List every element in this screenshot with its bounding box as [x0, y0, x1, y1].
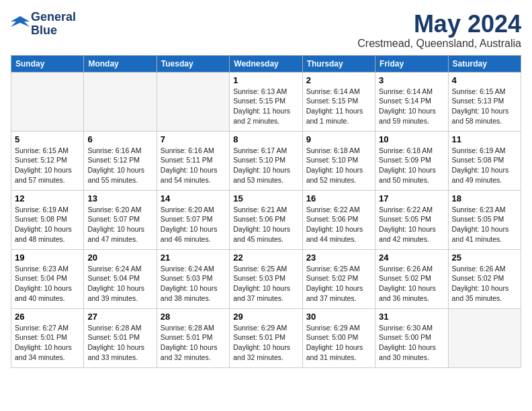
- calendar-cell: 21Sunrise: 6:24 AM Sunset: 5:03 PM Dayli…: [157, 249, 229, 308]
- logo-icon: [11, 15, 30, 31]
- title-block: May 2024 Crestmead, Queensland, Australi…: [357, 11, 521, 50]
- day-info: Sunrise: 6:14 AM Sunset: 5:14 PM Dayligh…: [379, 87, 444, 126]
- day-number: 27: [87, 312, 152, 322]
- day-info: Sunrise: 6:14 AM Sunset: 5:15 PM Dayligh…: [306, 87, 371, 126]
- day-number: 12: [15, 193, 80, 203]
- day-info: Sunrise: 6:28 AM Sunset: 5:01 PM Dayligh…: [161, 323, 226, 363]
- day-info: Sunrise: 6:13 AM Sunset: 5:15 PM Dayligh…: [233, 87, 298, 126]
- month-title: May 2024: [357, 11, 521, 38]
- logo-text-line1: General: [31, 11, 76, 24]
- day-info: Sunrise: 6:29 AM Sunset: 5:00 PM Dayligh…: [306, 323, 371, 363]
- day-info: Sunrise: 6:20 AM Sunset: 5:07 PM Dayligh…: [87, 205, 152, 244]
- calendar-cell: 25Sunrise: 6:26 AM Sunset: 5:02 PM Dayli…: [448, 249, 521, 308]
- calendar-cell: 18Sunrise: 6:23 AM Sunset: 5:05 PM Dayli…: [448, 190, 521, 249]
- week-row: 12Sunrise: 6:19 AM Sunset: 5:08 PM Dayli…: [11, 190, 521, 249]
- calendar-cell: 6Sunrise: 6:16 AM Sunset: 5:12 PM Daylig…: [84, 131, 157, 190]
- svg-marker-0: [11, 16, 30, 27]
- day-number: 28: [161, 312, 226, 322]
- calendar-cell: 12Sunrise: 6:19 AM Sunset: 5:08 PM Dayli…: [11, 190, 84, 249]
- calendar-cell: [11, 72, 84, 131]
- day-info: Sunrise: 6:16 AM Sunset: 5:11 PM Dayligh…: [161, 146, 226, 185]
- weekday-header: Sunday: [11, 55, 84, 72]
- day-info: Sunrise: 6:23 AM Sunset: 5:04 PM Dayligh…: [15, 264, 80, 304]
- calendar-cell: [157, 72, 229, 131]
- calendar-cell: 10Sunrise: 6:18 AM Sunset: 5:09 PM Dayli…: [375, 131, 448, 190]
- day-info: Sunrise: 6:16 AM Sunset: 5:12 PM Dayligh…: [87, 146, 152, 185]
- day-info: Sunrise: 6:21 AM Sunset: 5:06 PM Dayligh…: [233, 205, 298, 244]
- weekday-header: Saturday: [448, 55, 521, 72]
- day-info: Sunrise: 6:20 AM Sunset: 5:07 PM Dayligh…: [161, 205, 226, 244]
- day-number: 15: [233, 193, 298, 203]
- calendar-cell: 28Sunrise: 6:28 AM Sunset: 5:01 PM Dayli…: [157, 308, 229, 367]
- day-number: 9: [306, 134, 371, 144]
- calendar-cell: 14Sunrise: 6:20 AM Sunset: 5:07 PM Dayli…: [157, 190, 229, 249]
- day-info: Sunrise: 6:28 AM Sunset: 5:01 PM Dayligh…: [87, 323, 152, 363]
- weekday-header: Tuesday: [157, 55, 229, 72]
- day-info: Sunrise: 6:26 AM Sunset: 5:02 PM Dayligh…: [379, 264, 444, 304]
- day-number: 21: [161, 253, 226, 263]
- calendar-cell: 19Sunrise: 6:23 AM Sunset: 5:04 PM Dayli…: [11, 249, 84, 308]
- day-info: Sunrise: 6:18 AM Sunset: 5:09 PM Dayligh…: [379, 146, 444, 185]
- day-number: 5: [15, 134, 80, 144]
- day-info: Sunrise: 6:29 AM Sunset: 5:01 PM Dayligh…: [233, 323, 298, 363]
- calendar-table: SundayMondayTuesdayWednesdayThursdayFrid…: [11, 55, 521, 368]
- calendar-cell: 11Sunrise: 6:19 AM Sunset: 5:08 PM Dayli…: [448, 131, 521, 190]
- week-row: 5Sunrise: 6:15 AM Sunset: 5:12 PM Daylig…: [11, 131, 521, 190]
- logo: General Blue: [11, 11, 76, 38]
- day-number: 22: [233, 253, 298, 263]
- day-info: Sunrise: 6:26 AM Sunset: 5:02 PM Dayligh…: [452, 264, 517, 304]
- weekday-header: Wednesday: [230, 55, 302, 72]
- weekday-header: Monday: [84, 55, 157, 72]
- calendar-cell: 29Sunrise: 6:29 AM Sunset: 5:01 PM Dayli…: [230, 308, 302, 367]
- calendar-cell: 22Sunrise: 6:25 AM Sunset: 5:03 PM Dayli…: [230, 249, 302, 308]
- day-info: Sunrise: 6:22 AM Sunset: 5:05 PM Dayligh…: [379, 205, 444, 244]
- calendar-cell: 31Sunrise: 6:30 AM Sunset: 5:00 PM Dayli…: [375, 308, 448, 367]
- calendar-cell: 7Sunrise: 6:16 AM Sunset: 5:11 PM Daylig…: [157, 131, 229, 190]
- calendar-cell: 30Sunrise: 6:29 AM Sunset: 5:00 PM Dayli…: [302, 308, 375, 367]
- calendar-cell: 23Sunrise: 6:25 AM Sunset: 5:02 PM Dayli…: [302, 249, 375, 308]
- day-number: 4: [452, 75, 517, 85]
- day-info: Sunrise: 6:15 AM Sunset: 5:13 PM Dayligh…: [452, 87, 517, 126]
- day-number: 29: [233, 312, 298, 322]
- day-number: 30: [306, 312, 371, 322]
- weekday-header: Friday: [375, 55, 448, 72]
- day-number: 17: [379, 193, 444, 203]
- day-info: Sunrise: 6:27 AM Sunset: 5:01 PM Dayligh…: [15, 323, 80, 363]
- day-number: 26: [15, 312, 80, 322]
- week-row: 19Sunrise: 6:23 AM Sunset: 5:04 PM Dayli…: [11, 249, 521, 308]
- calendar-cell: 17Sunrise: 6:22 AM Sunset: 5:05 PM Dayli…: [375, 190, 448, 249]
- day-number: 8: [233, 134, 298, 144]
- day-info: Sunrise: 6:17 AM Sunset: 5:10 PM Dayligh…: [233, 146, 298, 185]
- day-number: 25: [452, 253, 517, 263]
- day-info: Sunrise: 6:15 AM Sunset: 5:12 PM Dayligh…: [15, 146, 80, 185]
- day-number: 7: [161, 134, 226, 144]
- calendar-cell: 8Sunrise: 6:17 AM Sunset: 5:10 PM Daylig…: [230, 131, 302, 190]
- week-row: 26Sunrise: 6:27 AM Sunset: 5:01 PM Dayli…: [11, 308, 521, 367]
- page-header: General Blue May 2024 Crestmead, Queensl…: [11, 11, 521, 50]
- day-number: 13: [87, 193, 152, 203]
- weekday-header-row: SundayMondayTuesdayWednesdayThursdayFrid…: [11, 55, 521, 72]
- day-info: Sunrise: 6:22 AM Sunset: 5:06 PM Dayligh…: [306, 205, 371, 244]
- day-info: Sunrise: 6:24 AM Sunset: 5:04 PM Dayligh…: [87, 264, 152, 304]
- calendar-cell: 20Sunrise: 6:24 AM Sunset: 5:04 PM Dayli…: [84, 249, 157, 308]
- weekday-header: Thursday: [302, 55, 375, 72]
- day-info: Sunrise: 6:23 AM Sunset: 5:05 PM Dayligh…: [452, 205, 517, 244]
- day-number: 14: [161, 193, 226, 203]
- day-number: 11: [452, 134, 517, 144]
- calendar-cell: 5Sunrise: 6:15 AM Sunset: 5:12 PM Daylig…: [11, 131, 84, 190]
- calendar-cell: 3Sunrise: 6:14 AM Sunset: 5:14 PM Daylig…: [375, 72, 448, 131]
- calendar-cell: [448, 308, 521, 367]
- day-number: 3: [379, 75, 444, 85]
- calendar-cell: 24Sunrise: 6:26 AM Sunset: 5:02 PM Dayli…: [375, 249, 448, 308]
- day-number: 18: [452, 193, 517, 203]
- calendar-cell: 16Sunrise: 6:22 AM Sunset: 5:06 PM Dayli…: [302, 190, 375, 249]
- day-number: 31: [379, 312, 444, 322]
- day-info: Sunrise: 6:30 AM Sunset: 5:00 PM Dayligh…: [379, 323, 444, 363]
- day-info: Sunrise: 6:24 AM Sunset: 5:03 PM Dayligh…: [161, 264, 226, 304]
- day-number: 24: [379, 253, 444, 263]
- day-number: 16: [306, 193, 371, 203]
- calendar-cell: 13Sunrise: 6:20 AM Sunset: 5:07 PM Dayli…: [84, 190, 157, 249]
- calendar-cell: 26Sunrise: 6:27 AM Sunset: 5:01 PM Dayli…: [11, 308, 84, 367]
- day-number: 23: [306, 253, 371, 263]
- day-number: 2: [306, 75, 371, 85]
